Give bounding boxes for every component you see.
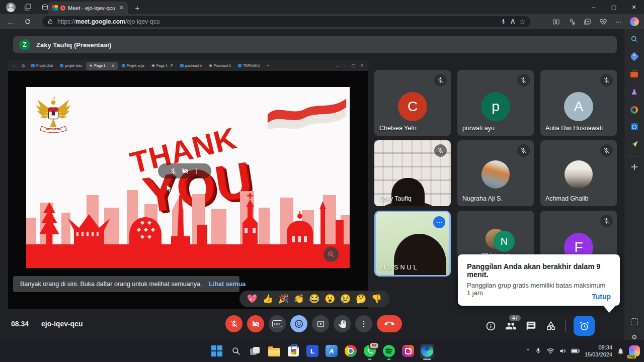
- sidebar-search-icon[interactable]: [629, 34, 639, 44]
- sidebar-customize-icon[interactable]: [629, 162, 639, 172]
- shared-tab-4[interactable]: Projek anja: [119, 62, 147, 70]
- edge-icon[interactable]: [420, 344, 434, 358]
- shared-tab-8[interactable]: TERNAKU: [235, 62, 263, 70]
- read-aloud-icon[interactable]: A: [511, 18, 515, 25]
- a-app-icon[interactable]: A: [325, 344, 339, 358]
- copilot-icon[interactable]: [630, 17, 639, 26]
- maximize-button[interactable]: ▢: [604, 0, 624, 14]
- sidebar-tools-icon[interactable]: [629, 69, 639, 79]
- sidebar-shopping-icon[interactable]: [629, 51, 639, 61]
- split-screen-icon[interactable]: [552, 18, 560, 26]
- browser-essentials-icon[interactable]: [599, 18, 607, 26]
- participant-tile-nugraha[interactable]: Nugraha Aji S.: [457, 140, 534, 206]
- participant-tile-purwati[interactable]: p purwati ayu: [457, 70, 534, 136]
- new-tab-button[interactable]: +: [132, 2, 143, 13]
- address-bar[interactable]: https://meet.google.com/ejo-iqev-qcu A ☆: [42, 16, 530, 27]
- reactions-button[interactable]: [290, 315, 307, 332]
- tray-volume-icon[interactable]: [559, 347, 567, 354]
- shared-tab-2[interactable]: projek kelo: [57, 62, 85, 70]
- favorites-icon[interactable]: [568, 18, 576, 26]
- tray-chevron-icon[interactable]: ⌃: [526, 348, 530, 354]
- sidebar-m365-icon[interactable]: [629, 105, 639, 115]
- reaction-cry[interactable]: 😢: [340, 295, 351, 303]
- more-options-button[interactable]: ⋮: [355, 315, 372, 332]
- toast-action-link[interactable]: Lihat semua: [209, 281, 246, 288]
- zoom-magnifier-button[interactable]: [324, 247, 339, 262]
- tab-close-icon[interactable]: ✕: [119, 5, 124, 11]
- refresh-button[interactable]: [21, 16, 34, 28]
- browser-profile-icon[interactable]: [4, 2, 17, 12]
- spotify-icon[interactable]: [382, 344, 396, 358]
- shared-tab-1[interactable]: Projek Zak: [28, 62, 56, 70]
- shared-tab-3-active[interactable]: Page 1 - ✕: [86, 62, 117, 70]
- globe-icon[interactable]: ⊕: [19, 63, 27, 68]
- tray-battery-icon[interactable]: [571, 348, 580, 354]
- participant-tile-chelsea[interactable]: C Chelsea Yetri: [374, 70, 451, 136]
- l-app-icon[interactable]: L: [305, 344, 319, 358]
- task-view-icon[interactable]: [248, 344, 262, 358]
- microsoft-store-icon[interactable]: [286, 344, 300, 358]
- shared-new-tab-icon[interactable]: +: [264, 63, 272, 68]
- whatsapp-icon[interactable]: 63: [363, 344, 377, 358]
- close-button[interactable]: ✕: [624, 0, 644, 14]
- mic-toggle-button[interactable]: [225, 315, 243, 332]
- shared-tab-6[interactable]: postread b: [177, 62, 205, 70]
- dialog-close-button[interactable]: Tutup: [592, 293, 611, 301]
- reaction-think[interactable]: 🤔: [356, 295, 366, 303]
- tray-wifi-icon[interactable]: [546, 347, 554, 354]
- sidebar-games-icon[interactable]: ♟: [629, 86, 639, 97]
- activities-button[interactable]: [545, 320, 557, 332]
- shared-minimize-icon[interactable]: –: [344, 63, 346, 68]
- shared-maximize-icon[interactable]: ▢: [352, 63, 356, 68]
- info-button[interactable]: [485, 320, 497, 332]
- sidebar-screenshot-icon[interactable]: [629, 317, 639, 327]
- taskbar-search-icon[interactable]: [229, 344, 243, 358]
- minimize-button[interactable]: –: [584, 0, 604, 14]
- reaction-clap[interactable]: 👏: [293, 295, 304, 303]
- tile-more-button[interactable]: ⋯: [433, 216, 445, 228]
- captions-button[interactable]: CC: [269, 315, 286, 332]
- tray-notification-bell-icon[interactable]: [617, 347, 624, 355]
- reaction-heart[interactable]: 💖: [247, 295, 258, 303]
- tray-clock[interactable]: 08:34 15/03/2024: [585, 344, 612, 358]
- people-button[interactable]: 47: [505, 320, 517, 332]
- workspaces-icon[interactable]: [21, 2, 34, 12]
- chrome-icon[interactable]: [344, 344, 358, 358]
- shared-screen[interactable]: ⌂ ⊕ Projek Zak projek kelo Page 1 - ✕ Pr…: [8, 60, 368, 309]
- raise-hand-button[interactable]: [334, 315, 351, 332]
- reaction-party[interactable]: 🎉: [278, 295, 289, 303]
- copilot-taskbar-icon[interactable]: PRE: [629, 345, 640, 356]
- chat-button[interactable]: [525, 320, 537, 332]
- reaction-surprise[interactable]: 😮: [325, 295, 335, 303]
- home-icon[interactable]: ⌂: [10, 63, 18, 68]
- shared-chevron-icon[interactable]: ⌄: [336, 63, 340, 68]
- participant-tile-achmad[interactable]: Achmad Ghalib: [540, 140, 617, 206]
- browser-menu-icon[interactable]: ⋯: [615, 18, 622, 26]
- start-button[interactable]: [210, 344, 224, 358]
- reaction-laugh[interactable]: 😂: [309, 295, 319, 303]
- shared-close-icon[interactable]: ✕: [360, 63, 364, 68]
- sidebar-drop-icon[interactable]: [629, 139, 639, 149]
- present-button[interactable]: [312, 315, 329, 332]
- presenter-banner[interactable]: Z Zaky Taufiq (Presentasi): [13, 36, 617, 53]
- end-call-button[interactable]: [377, 315, 402, 332]
- self-preview-controls[interactable]: ⋮: [158, 163, 211, 178]
- camera-toggle-button[interactable]: [247, 315, 264, 332]
- sidebar-outlook-icon[interactable]: [629, 122, 639, 132]
- reaction-thumbs-up[interactable]: 👍: [263, 295, 273, 303]
- participant-tile-zaky-video[interactable]: Zaky Taufiq: [374, 140, 451, 206]
- mic-permission-icon[interactable]: [500, 19, 507, 25]
- participant-tile-husnul-self[interactable]: ⋯ HUSNUL: [374, 211, 451, 277]
- collections-icon[interactable]: [584, 18, 591, 26]
- back-button[interactable]: ←: [4, 16, 17, 28]
- reaction-thumbs-down[interactable]: 👎: [371, 295, 382, 303]
- file-explorer-icon[interactable]: [267, 344, 281, 358]
- tray-mic-icon[interactable]: [535, 347, 542, 354]
- timer-button-active[interactable]: [574, 316, 595, 336]
- browser-tab-meet[interactable]: Meet - ejo-iqev-qcu ✕: [48, 2, 128, 14]
- favorite-star-icon[interactable]: ☆: [519, 18, 525, 26]
- shared-tab-7[interactable]: Postread A: [206, 62, 234, 70]
- participant-tile-aulia[interactable]: A Aulia Dwi Husnawati: [540, 70, 617, 136]
- instagram-icon[interactable]: [401, 344, 415, 358]
- shared-tab-5[interactable]: Page 1 - P: [148, 62, 176, 70]
